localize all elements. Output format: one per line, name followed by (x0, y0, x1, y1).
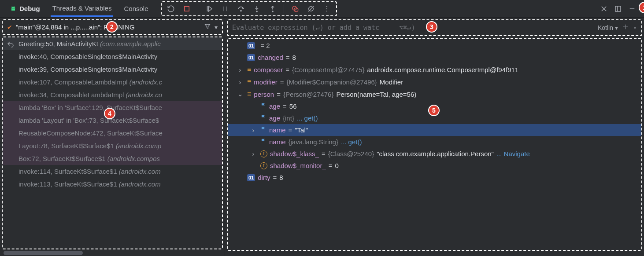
callout-4: 4 (104, 108, 115, 119)
stack-frame[interactable]: ReusableComposeNode:472, SurfaceKt$Surfa… (3, 127, 222, 139)
more-icon[interactable] (322, 4, 332, 14)
object-icon (247, 90, 251, 98)
svg-point-1 (240, 10, 241, 11)
variable-name: changed (258, 54, 283, 61)
frame-location: invoke:34, ComposableLambdaImpl (19, 91, 126, 99)
variable-value: 56 (289, 102, 297, 110)
variable-row[interactable]: ⌄ person = {Person@27476} Person(name=Ta… (228, 88, 641, 100)
horizontal-scrollbar[interactable] (4, 251, 83, 255)
expand-icon[interactable]: › (237, 78, 244, 86)
expand-icon[interactable]: › (250, 150, 257, 157)
equals-sign: = 2 (260, 42, 270, 49)
tab-threads-variables[interactable]: Threads & Variables (51, 1, 114, 17)
pause-icon[interactable] (220, 4, 230, 14)
variable-row[interactable]: f shadow$_monitor_ = 0 (228, 160, 641, 172)
stack-frame[interactable]: invoke:114, SurfaceKt$Surface$1 (android… (3, 165, 222, 178)
stack-frame[interactable]: invoke:107, ComposableLambdaImpl (androi… (3, 76, 222, 88)
close-icon[interactable] (599, 4, 609, 14)
filter-icon[interactable] (204, 23, 211, 31)
step-over-icon[interactable] (236, 4, 246, 14)
expand-icon[interactable]: › (237, 66, 244, 73)
navigate-link[interactable]: ... Navigate (496, 150, 530, 157)
stack-frame[interactable]: Greeting:50, MainActivityKt (com.example… (3, 37, 222, 50)
chevron-down-icon[interactable]: ▾ (215, 24, 218, 31)
primitive-icon: 01 (247, 54, 255, 61)
variable-value: androidx.compose.runtime.ComposerImpl@f9… (367, 66, 518, 73)
thread-selector[interactable]: ✔ "main"@24,884 in ...p.....ain": RUNNIN… (2, 19, 223, 35)
variable-row[interactable]: ›f shadow$_klass_ = {Class@25240} "class… (228, 148, 641, 160)
variable-value: "Tal" (295, 126, 308, 134)
svg-point-2 (256, 11, 257, 11)
equals-sign: = (329, 162, 333, 169)
resume-icon[interactable] (204, 4, 214, 14)
step-into-icon[interactable] (252, 4, 262, 14)
separator (198, 4, 198, 13)
getter-link[interactable]: ... get() (297, 114, 318, 122)
check-icon: ✔ (7, 24, 12, 31)
tab-debug[interactable]: Debug (8, 1, 42, 16)
stack-frame[interactable]: invoke:40, ComposableSingletons$MainActi… (3, 50, 222, 63)
frame-location: lambda 'Layout' in 'Box':73, SurfaceKt$S… (19, 117, 159, 124)
stack-frame[interactable]: Layout:78, SurfaceKt$Surface$1 (androidx… (3, 139, 222, 152)
evaluate-expression-bar[interactable]: Kotlin ▾ ▾ 3 (227, 19, 642, 36)
variable-row[interactable]: › modifier = {Modifier$Companion@27496} … (228, 76, 641, 88)
drop-frame-icon[interactable] (7, 40, 14, 49)
layout-icon[interactable] (613, 4, 623, 14)
getter-link[interactable]: ... get() (341, 138, 362, 146)
equals-sign: = (289, 126, 292, 134)
primitive-icon: 01 (247, 42, 255, 49)
svg-point-7 (326, 6, 327, 7)
stop-icon[interactable] (182, 4, 192, 14)
frame-package: (androidx.com (119, 180, 161, 188)
stack-frame[interactable]: invoke:34, ComposableLambdaImpl (android… (3, 88, 222, 101)
variable-value: 8 (279, 174, 283, 181)
variable-row[interactable]: 01 = 2 (228, 40, 641, 51)
variable-object-id: {Modifier$Companion@27496} (286, 78, 377, 86)
separator (284, 4, 284, 13)
frame-location: lambda 'Box' in 'Surface':129, SurfaceKt… (19, 104, 162, 111)
stack-frame[interactable]: Box:72, SurfaceKt$Surface$1 (androidx.co… (3, 152, 222, 165)
primitive-icon: 01 (247, 174, 255, 181)
language-label: Kotlin (598, 24, 613, 31)
variable-row[interactable]: 01 changed = 8 (228, 51, 641, 63)
svg-rect-0 (184, 6, 189, 11)
language-selector[interactable]: Kotlin ▾ (598, 24, 618, 31)
variable-row[interactable]: 01 dirty = 8 (228, 172, 641, 183)
expand-icon[interactable]: › (250, 126, 257, 134)
minimize-icon[interactable] (627, 4, 637, 14)
synthetic-field-icon: f (260, 150, 267, 157)
more-dropdown-icon[interactable]: ▾ (633, 24, 637, 32)
variable-name: name (269, 126, 286, 134)
variable-row[interactable]: › name = "Tal" (228, 124, 641, 136)
variable-value: "class com.example.application.Person" (377, 150, 494, 157)
variable-object-id: {Person@27476} (283, 91, 334, 98)
frame-package: (androidx.com (119, 168, 161, 175)
variable-name: person (254, 91, 274, 98)
object-icon (247, 78, 251, 86)
collapse-icon[interactable]: ⌄ (237, 90, 244, 98)
view-breakpoints-icon[interactable] (290, 4, 300, 14)
frame-location: Box:72, SurfaceKt$Surface$1 (19, 155, 107, 162)
variable-row[interactable]: › composer = {ComposerImpl@27475} androi… (228, 63, 641, 76)
stack-frame[interactable]: invoke:39, ComposableSingletons$MainActi… (3, 63, 222, 76)
mute-breakpoints-icon[interactable] (306, 4, 316, 14)
variable-row[interactable]: name {java.lang.String} ... get() (228, 136, 641, 148)
svg-rect-10 (615, 6, 621, 11)
equals-sign: = (285, 66, 289, 73)
android-icon (10, 5, 17, 12)
frame-location: invoke:107, ComposableLambdaImpl (19, 78, 130, 86)
top-bar: Debug Threads & Variables Console 1 (0, 0, 644, 18)
evaluate-input[interactable] (232, 24, 594, 32)
variable-name: age (269, 114, 280, 122)
field-flag-icon (260, 102, 266, 110)
stack-frame[interactable]: invoke:113, SurfaceKt$Surface$1 (android… (3, 178, 222, 190)
tab-threads-label: Threads & Variables (52, 4, 112, 12)
step-out-icon[interactable] (268, 4, 278, 14)
frames-list: Greeting:50, MainActivityKt (com.example… (2, 37, 223, 249)
field-flag-icon (260, 126, 266, 134)
tab-console[interactable]: Console (122, 1, 150, 16)
frame-package: (androidx.compos (107, 155, 160, 162)
synthetic-field-icon: f (260, 162, 267, 169)
rerun-icon[interactable] (166, 4, 176, 14)
add-watch-icon[interactable] (622, 23, 629, 33)
